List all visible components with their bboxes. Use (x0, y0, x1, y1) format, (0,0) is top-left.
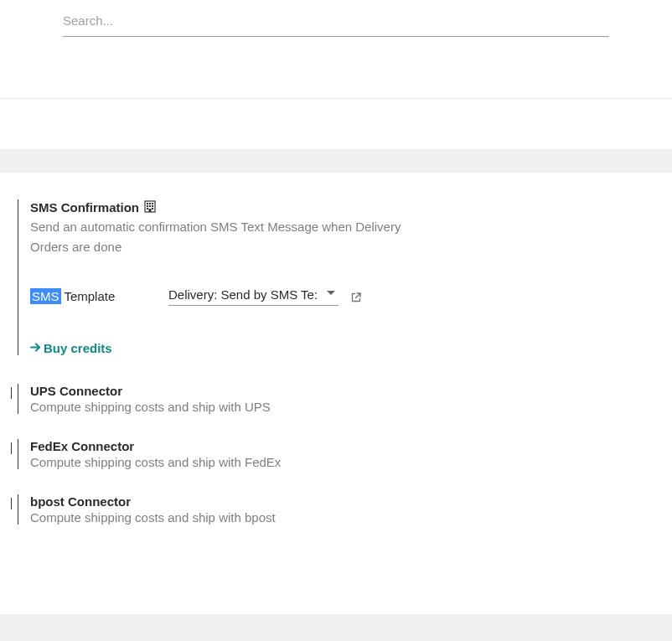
svg-rect-4 (147, 205, 148, 207)
svg-rect-2 (149, 203, 151, 204)
sms-label-rest: Template (61, 289, 116, 303)
connector-ups-title: UPS Connector (30, 384, 672, 398)
sms-template-row: SMS Template Delivery: Send by SMS Te: (30, 286, 672, 306)
search-input[interactable] (63, 10, 609, 37)
svg-rect-8 (152, 208, 153, 209)
svg-rect-7 (147, 208, 148, 209)
connector-stub (6, 387, 12, 399)
svg-rect-6 (152, 205, 153, 207)
connector-fedex: FedEx Connector Compute shipping costs a… (29, 439, 672, 469)
svg-rect-9 (149, 209, 152, 212)
divider (0, 98, 672, 99)
building-icon (144, 200, 156, 215)
connector-bpost: bpost Connector Compute shipping costs a… (29, 494, 672, 525)
external-link-icon[interactable] (350, 292, 362, 306)
connector-stub (6, 442, 12, 454)
connector-stub (6, 498, 12, 509)
sms-confirmation-title: SMS Confirmation (30, 200, 139, 215)
sms-template-dropdown[interactable]: Delivery: Send by SMS Te: (168, 286, 339, 306)
chevron-down-icon (327, 291, 335, 295)
buy-credits-link[interactable]: Buy credits (30, 341, 112, 355)
search-container (0, 0, 672, 37)
svg-rect-5 (149, 205, 151, 207)
grey-band-bottom (0, 614, 672, 641)
sms-confirmation-description: Send an automatic confirmation SMS Text … (30, 217, 432, 257)
connector-fedex-title: FedEx Connector (30, 439, 672, 453)
grey-band-top (0, 149, 672, 173)
content-area: SMS Confirmation (0, 173, 672, 525)
buy-credits-label: Buy credits (44, 341, 112, 355)
arrow-right-icon (30, 341, 41, 355)
svg-rect-3 (152, 203, 153, 204)
connector-ups: UPS Connector Compute shipping costs and… (29, 384, 672, 414)
sms-confirmation-setting: SMS Confirmation (0, 199, 672, 525)
connector-ups-desc: Compute shipping costs and ship with UPS (30, 400, 672, 414)
connector-fedex-desc: Compute shipping costs and ship with Fed… (30, 455, 672, 469)
sms-template-label: SMS Template (30, 289, 168, 303)
connector-bpost-title: bpost Connector (30, 494, 672, 509)
sms-template-value: Delivery: Send by SMS Te: (168, 287, 318, 302)
svg-rect-1 (147, 203, 148, 204)
sms-label-highlight: SMS (30, 288, 61, 304)
connector-bpost-desc: Compute shipping costs and ship with bpo… (30, 510, 672, 525)
